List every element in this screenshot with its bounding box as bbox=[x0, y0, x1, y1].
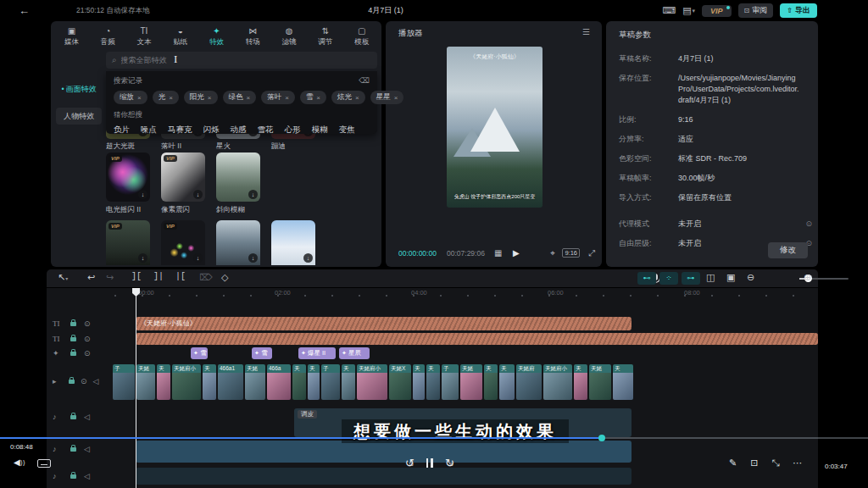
visibility-toggle[interactable]: ⊙ bbox=[81, 377, 87, 385]
effects-category[interactable]: 人物特效 bbox=[56, 108, 102, 125]
search-history-tag[interactable]: 雪 × bbox=[300, 91, 326, 104]
remove-tag-icon[interactable]: × bbox=[169, 94, 173, 102]
download-icon[interactable]: ↓ bbox=[193, 253, 203, 263]
more-options-icon[interactable]: ⋯ bbox=[793, 458, 802, 469]
select-tool[interactable]: ↖▾ bbox=[58, 272, 68, 283]
effect-clip[interactable]: ✦ 雪 bbox=[252, 347, 272, 359]
visibility-toggle[interactable]: ◁ bbox=[84, 445, 90, 453]
remove-tag-icon[interactable]: × bbox=[355, 94, 359, 102]
suggested-search-term[interactable]: 马赛克 bbox=[168, 125, 192, 136]
effect-item[interactable]: VIP ↓ 电光摇闪 II bbox=[106, 152, 150, 215]
media-tab[interactable]: ◒ 贴纸 bbox=[162, 23, 198, 50]
caption-icon[interactable]: ⊡ bbox=[750, 458, 758, 469]
magnet-toggle[interactable]: ⊷ bbox=[637, 272, 656, 285]
remove-tag-icon[interactable]: × bbox=[137, 94, 142, 102]
media-tab[interactable]: ⇅ 调节 bbox=[307, 23, 343, 50]
delete-button[interactable]: ⌦ bbox=[199, 272, 213, 283]
download-icon[interactable]: ↓ bbox=[138, 253, 147, 263]
video-clip[interactable]: 466a bbox=[267, 364, 291, 400]
track-view-icon[interactable]: ◫ bbox=[706, 272, 715, 283]
download-icon[interactable]: ↓ bbox=[248, 253, 258, 263]
exit-fullscreen-icon[interactable]: ⤡ bbox=[771, 458, 779, 469]
search-history-tag[interactable]: 星星 × bbox=[370, 91, 404, 104]
player-menu-icon[interactable]: ☰ bbox=[582, 27, 590, 36]
forward-30-button[interactable]: ↻30 bbox=[445, 457, 454, 469]
effect-item[interactable]: VIP ↓ 像素震闪 bbox=[161, 152, 205, 215]
modify-button[interactable]: 修改 bbox=[768, 242, 808, 258]
back-button[interactable]: ← bbox=[19, 4, 30, 17]
suggested-search-term[interactable]: 负片 bbox=[114, 125, 130, 136]
video-clip[interactable]: 天 bbox=[157, 364, 170, 400]
video-clip[interactable]: 天姥 bbox=[245, 364, 265, 400]
adapt-timeline-icon[interactable]: ▣ bbox=[726, 272, 735, 283]
effects-category[interactable]: 画面特效 bbox=[56, 80, 102, 97]
video-clip[interactable]: 天 bbox=[426, 364, 440, 400]
zoom-in-icon[interactable]: ⊕ bbox=[804, 272, 811, 283]
video-clip[interactable]: 天 bbox=[342, 364, 355, 400]
visibility-toggle[interactable]: ◁ bbox=[84, 413, 90, 421]
linkage-toggle[interactable]: ⁘ bbox=[659, 272, 678, 285]
video-clip[interactable]: 466a1 bbox=[218, 364, 243, 400]
trim-right-button[interactable]: |[ bbox=[175, 272, 186, 281]
effect-item[interactable]: VIP ↓ bbox=[106, 220, 150, 265]
video-clip[interactable]: 天 bbox=[484, 364, 498, 400]
review-button[interactable]: ⊡审阅 bbox=[738, 3, 774, 18]
search-history-tag[interactable]: 缩放 × bbox=[114, 91, 147, 104]
remove-tag-icon[interactable]: × bbox=[208, 94, 212, 102]
search-history-tag[interactable]: 阳光 × bbox=[184, 91, 218, 104]
video-clip[interactable]: 天姥府小 bbox=[172, 364, 201, 400]
info-icon[interactable]: ⊙ bbox=[805, 219, 812, 228]
text-clip[interactable] bbox=[136, 333, 818, 345]
volume-icon[interactable]: ◀⟩⟩ bbox=[14, 458, 25, 467]
video-clip[interactable]: 子 bbox=[321, 364, 340, 400]
suggested-search-term[interactable]: 噪点 bbox=[141, 125, 157, 136]
video-clip[interactable]: 天 bbox=[499, 364, 515, 400]
video-clip[interactable]: 天姥 bbox=[136, 364, 155, 400]
video-clip[interactable]: 天姥X bbox=[389, 364, 411, 400]
video-clip[interactable]: 子 bbox=[442, 364, 459, 400]
effect-clip[interactable]: ✦ 星辰 bbox=[339, 347, 370, 359]
suggested-search-term[interactable]: 动感 bbox=[231, 125, 247, 136]
media-tab[interactable]: ▣ 媒体 bbox=[53, 23, 90, 50]
video-clip[interactable]: 天姥府小 bbox=[357, 364, 387, 400]
video-clip[interactable]: 天 bbox=[613, 364, 633, 400]
visibility-toggle[interactable]: ◁ bbox=[84, 472, 90, 480]
media-tab[interactable]: ◔ 音频 bbox=[90, 23, 126, 50]
search-history-tag[interactable]: 光 × bbox=[153, 91, 179, 104]
suggested-search-term[interactable]: 心形 bbox=[285, 125, 301, 136]
media-tab[interactable]: ⋈ 转场 bbox=[235, 23, 271, 50]
suggested-search-term[interactable]: 闪烁 bbox=[203, 125, 220, 136]
play-button[interactable]: ▶ bbox=[513, 248, 520, 258]
preview-quality-icon[interactable]: ⌖ bbox=[550, 248, 555, 258]
trim-left-button[interactable]: ]| bbox=[153, 272, 164, 281]
visibility-toggle[interactable]: ⊙ bbox=[84, 349, 91, 358]
lock-icon[interactable] bbox=[70, 337, 76, 341]
undo-button[interactable]: ↩ bbox=[87, 272, 95, 283]
suggested-search-term[interactable]: 模糊 bbox=[312, 125, 328, 136]
notes-icon[interactable]: ✎ bbox=[729, 458, 737, 469]
video-preview[interactable]: 《天姥府·小狐仙》 兔虎山 饺子护体邪恶西点200只星变 bbox=[447, 47, 542, 208]
search-input[interactable] bbox=[121, 56, 325, 64]
effect-item[interactable]: VIP ↓ bbox=[216, 220, 260, 265]
lock-icon[interactable] bbox=[70, 322, 76, 326]
video-clip[interactable]: 天 bbox=[413, 364, 425, 400]
fullscreen-icon[interactable]: ⤢ bbox=[588, 248, 595, 258]
preview-axis-toggle[interactable]: ⊶ bbox=[682, 272, 700, 285]
text-clip[interactable]: 《天姥府·小狐仙》 bbox=[136, 317, 632, 330]
effect-clip[interactable]: ✦ 雪 bbox=[191, 347, 208, 359]
effect-item[interactable]: VIP ↓ bbox=[161, 220, 205, 265]
subtitle-toggle-icon[interactable] bbox=[37, 459, 51, 468]
video-clip[interactable]: 天 bbox=[292, 364, 306, 400]
search-history-tag[interactable]: 落叶 × bbox=[261, 91, 295, 104]
suggested-search-term[interactable]: 雪花 bbox=[258, 125, 274, 136]
video-clip[interactable]: 天姥府 bbox=[516, 364, 542, 400]
aspect-ratio-button[interactable]: 9:16 bbox=[562, 248, 580, 258]
video-progress-handle[interactable] bbox=[598, 435, 605, 441]
video-clip[interactable]: 天 bbox=[203, 364, 216, 400]
remove-tag-icon[interactable]: × bbox=[316, 94, 320, 102]
search-history-tag[interactable]: 绿色 × bbox=[223, 91, 257, 104]
effect-item[interactable]: VIP ↓ 斜向模糊 bbox=[216, 152, 260, 215]
lock-icon[interactable] bbox=[70, 447, 76, 452]
rewind-10-button[interactable]: ↺10 bbox=[405, 457, 415, 469]
effect-clip[interactable]: ✦ 爆星 II bbox=[298, 347, 336, 359]
